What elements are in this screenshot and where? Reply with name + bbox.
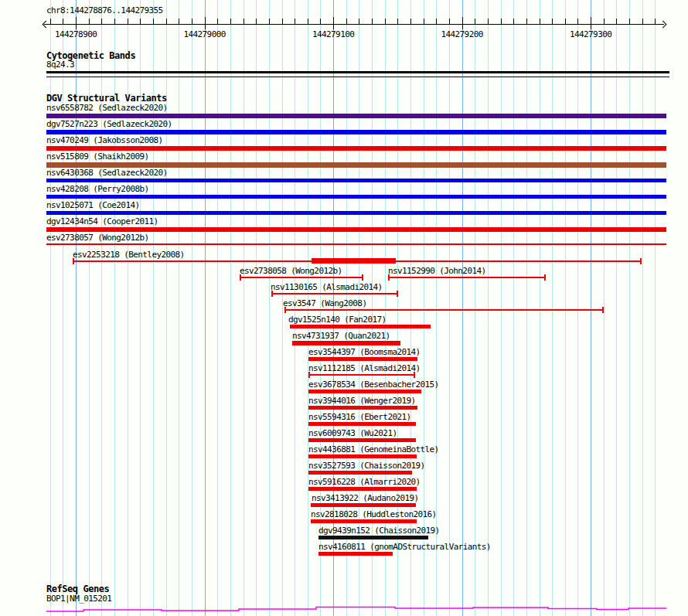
cytoband-line — [46, 71, 669, 73]
ruler-tick-minor — [642, 19, 643, 24]
variant-label[interactable]: nsv3527593 (Chaisson2019) — [308, 461, 425, 471]
variant-range-line[interactable] — [272, 293, 397, 294]
variant-label[interactable]: esv2253218 (Bentley2008) — [73, 250, 185, 260]
ruler-tick-minor — [140, 19, 141, 24]
variant-bar[interactable] — [308, 422, 416, 426]
variant-label[interactable]: dgv7527n223 (Sedlazeck2020) — [46, 120, 172, 129]
ruler-tick-major — [591, 17, 591, 29]
variant-label[interactable]: esv3547 (Wang2008) — [283, 299, 366, 308]
ruler-tick-minor — [604, 19, 605, 24]
gridline-minor — [424, 0, 424, 616]
variant-bar[interactable] — [308, 454, 417, 458]
variant-bar[interactable] — [46, 243, 666, 245]
gridline-minor — [449, 0, 450, 616]
ruler-tick-minor — [256, 19, 257, 24]
variant-bar[interactable] — [308, 487, 417, 491]
ruler-tick-minor — [128, 19, 128, 24]
variant-bar[interactable] — [308, 471, 412, 475]
variant-bar[interactable] — [318, 552, 393, 556]
gridline-minor — [230, 0, 231, 616]
ruler-tick-minor — [372, 19, 373, 24]
variant-label[interactable]: nsv1152990 (John2014) — [388, 267, 485, 276]
variant-label[interactable]: nsv5594316 (Ebert2021) — [308, 413, 411, 422]
variant-range-line[interactable] — [240, 277, 363, 278]
ruler-tick-minor — [89, 19, 90, 24]
ruler-tick-minor — [308, 19, 308, 24]
ruler-coordinate-label: 144279000 — [183, 29, 225, 39]
variant-bar[interactable] — [292, 341, 400, 345]
gridline-minor — [192, 0, 192, 616]
variant-label[interactable]: nsv5916228 (Almarri2020) — [308, 478, 421, 487]
gridline-minor — [526, 0, 527, 616]
variant-label[interactable]: esv2738058 (Wong2012b) — [240, 267, 342, 276]
refseq-gene-label[interactable]: BOP1|NM_015201 — [46, 594, 111, 604]
gridline-minor — [179, 0, 179, 616]
variant-bar[interactable] — [311, 503, 416, 507]
ruler-tick-major — [76, 17, 77, 29]
gridline-minor — [552, 0, 553, 616]
variant-bar[interactable] — [46, 146, 666, 151]
variant-bar[interactable] — [308, 357, 417, 361]
variant-bar[interactable] — [308, 438, 416, 442]
variant-label[interactable]: nsv6558782 (Sedlazeck2020) — [46, 104, 168, 113]
ruler-tick-minor — [424, 19, 424, 24]
variant-label[interactable]: dgv1525n140 (Fan2017) — [288, 315, 386, 325]
gridline-minor — [385, 0, 386, 616]
ruler-tick-minor — [295, 19, 295, 24]
variant-range-line[interactable] — [285, 309, 603, 311]
variant-label[interactable]: nsv515809 (Shaikh2009) — [46, 152, 149, 162]
variant-bar[interactable] — [308, 406, 417, 410]
variant-label[interactable]: nsv3944016 (Wenger2019) — [308, 396, 416, 406]
variant-range-line[interactable] — [309, 374, 414, 376]
variant-bar[interactable] — [308, 390, 421, 393]
variant-label[interactable]: nsv4731937 (Quan2021) — [292, 332, 390, 341]
variant-bar[interactable] — [46, 162, 666, 168]
gridline-minor — [475, 0, 475, 616]
variant-range-line[interactable] — [389, 277, 545, 278]
ruler-tick-minor — [359, 19, 359, 24]
ruler-tick-minor — [577, 19, 578, 24]
variant-bar[interactable] — [311, 519, 417, 523]
variant-thick-segment[interactable] — [312, 258, 396, 264]
variant-label[interactable]: nsv1025071 (Coe2014) — [46, 201, 139, 210]
variant-label[interactable]: nsv4436881 (GenomeinaBottle) — [308, 445, 439, 454]
variant-label[interactable]: nsv1112185 (Alsmadi2014) — [308, 364, 421, 373]
ruler-tick-minor — [513, 19, 514, 24]
ruler-tick-minor — [488, 19, 489, 24]
variant-label[interactable]: nsv6009743 (Wu2021) — [308, 429, 397, 438]
variant-bar[interactable] — [46, 211, 666, 215]
variant-bar[interactable] — [46, 130, 666, 134]
ruler-tick-minor — [449, 19, 450, 24]
gridline-minor — [217, 0, 218, 616]
ruler-tick-minor — [320, 19, 321, 24]
ruler-tick-minor — [244, 19, 244, 24]
ruler-tick-minor — [192, 19, 192, 24]
variant-bar[interactable] — [46, 114, 666, 118]
variant-label[interactable]: dgv9439n152 (Chaisson2019) — [318, 526, 440, 536]
gridline-minor — [410, 0, 411, 616]
variant-label[interactable]: esv3678534 (Besenbacher2015) — [308, 380, 439, 390]
gridline-major — [591, 0, 591, 616]
gridline-minor — [540, 0, 540, 616]
gridline-minor — [269, 0, 270, 616]
variant-label[interactable]: nsv6430368 (Sedlazeck2020) — [46, 168, 168, 178]
variant-label[interactable]: nsv2818028 (Huddleston2016) — [311, 510, 437, 519]
variant-label[interactable]: nsv428208 (Perry2008b) — [46, 185, 149, 194]
variant-bar[interactable] — [290, 325, 431, 328]
variant-label[interactable]: esv2738057 (Wong2012b) — [46, 233, 149, 243]
variant-label[interactable]: nsv4160811 (gnomADStructuralVariants) — [318, 543, 491, 552]
variant-range-end-tick — [362, 274, 363, 281]
variant-bar[interactable] — [46, 179, 666, 182]
refseq-gene-polyline — [46, 607, 666, 612]
variant-bar[interactable] — [318, 536, 428, 539]
gridline-minor — [256, 0, 257, 616]
variant-label[interactable]: dgv12434n54 (Cooper2011) — [46, 217, 158, 226]
variant-label[interactable]: nsv1130165 (Alsmadi2014) — [271, 283, 383, 292]
variant-label[interactable]: esv3544397 (Boomsma2014) — [308, 348, 421, 357]
variant-bar[interactable] — [46, 227, 666, 232]
ruler-tick-major — [462, 17, 463, 29]
variant-label[interactable]: nsv470249 (Jakobsson2008) — [46, 136, 163, 145]
variant-label[interactable]: nsv3413922 (Audano2019) — [312, 494, 419, 503]
ruler-tick-minor — [282, 19, 283, 24]
variant-bar[interactable] — [46, 195, 666, 199]
